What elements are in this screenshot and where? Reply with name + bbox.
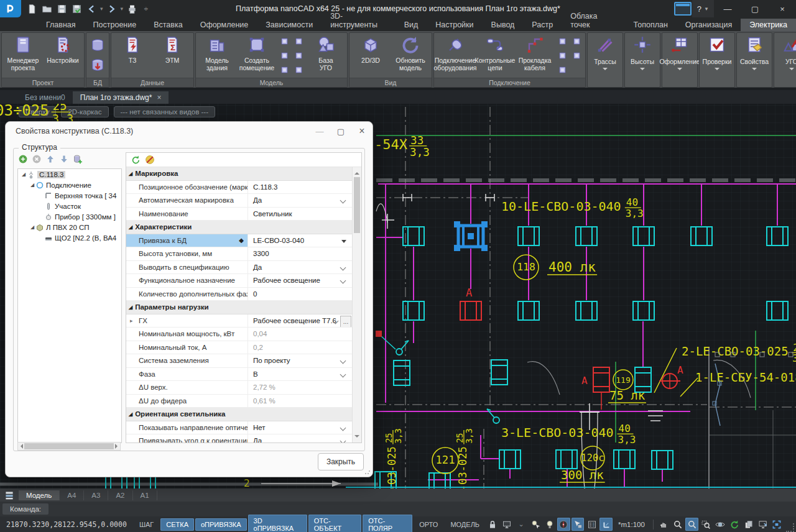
property-value[interactable]: LE-СВО-03-040 — [248, 234, 353, 247]
scroll-down-icon[interactable] — [354, 435, 359, 440]
doc-tab-close-icon[interactable]: × — [157, 93, 161, 102]
tree-node[interactable]: ◢Л ПВХ 20 СП — [18, 222, 121, 232]
status-toggle-3D оПРИВЯЗКА[interactable]: 3D оПРИВЯЗКА — [248, 515, 307, 532]
no-sync-icon[interactable] — [144, 154, 155, 165]
orbit-icon[interactable] — [714, 518, 727, 531]
add-item-icon[interactable] — [17, 154, 29, 165]
property-row[interactable]: Количество дополнительных фазны...0 — [126, 288, 353, 301]
section-expander-icon[interactable]: ◢ — [129, 224, 132, 230]
move-down-icon[interactable] — [58, 154, 70, 165]
db-icon[interactable] — [88, 36, 107, 55]
ribbon-tab-Растр[interactable]: Растр — [523, 19, 562, 31]
ribbon-button[interactable]: Контрольные цепи — [476, 34, 514, 76]
status-toggle-оПРИВЯЗКА[interactable]: оПРИВЯЗКА — [195, 518, 247, 531]
layout-tab-A3[interactable]: A3 — [84, 490, 108, 500]
small-tool-icon[interactable] — [555, 48, 569, 62]
dropdown-chevron-icon[interactable] — [340, 371, 346, 377]
ribbon-tab-Вид[interactable]: Вид — [396, 19, 427, 31]
layout-tab-A2[interactable]: A2 — [108, 490, 132, 500]
ribbon-button[interactable]: 2D/3D — [351, 34, 390, 76]
dialog-close-button[interactable]: Закрыть — [318, 453, 364, 470]
section-expander-icon[interactable]: ◢ — [129, 411, 132, 417]
property-row[interactable]: Номинальный ток, А0,2 — [126, 341, 353, 355]
property-value[interactable]: 0,2 — [248, 341, 353, 354]
close-button[interactable]: × — [769, 0, 796, 17]
tree-node[interactable]: Верхняя точка [ 34 — [18, 190, 121, 201]
ribbon-button[interactable]: ТЗ — [113, 34, 152, 76]
ribbon-button[interactable]: Менеджер проекта — [4, 34, 42, 76]
small-tool-icon[interactable] — [570, 34, 583, 48]
ribbon-button[interactable]: Создать помещение — [238, 34, 276, 76]
expander-icon[interactable]: ◢ — [29, 224, 35, 230]
ribbon-dropd-button[interactable]: Высоты — [625, 33, 660, 87]
redo-icon[interactable] — [105, 2, 119, 16]
dropdown-chevron-icon[interactable] — [340, 424, 346, 431]
ribbon-tab-Электрика[interactable]: Электрика — [741, 19, 796, 31]
property-row[interactable]: ΔU верх.2,72 % — [126, 381, 353, 395]
hscroll-thumb[interactable] — [24, 443, 114, 449]
zoomwin-icon[interactable] — [700, 518, 713, 531]
scroll-left-icon[interactable] — [18, 444, 23, 449]
help-menu[interactable]: ? ▼ — [692, 0, 714, 17]
print-icon[interactable] — [125, 2, 139, 16]
property-value[interactable]: 0,61 % — [248, 395, 353, 408]
status-toggle-ОТС-ОБЪЕКТ[interactable]: ОТС-ОБЪЕКТ — [308, 515, 361, 532]
dialog-title-bar[interactable]: Свойства конструктива (С.118.3) — ▢ × — [6, 122, 373, 140]
viewport-control-button[interactable]: --- нет связанных видов --- — [114, 106, 215, 117]
dropdown-chevron-icon[interactable] — [340, 438, 346, 443]
copys-icon[interactable] — [742, 518, 755, 531]
property-value[interactable]: По проекту — [248, 354, 353, 367]
section-expander-icon[interactable]: ◢ — [129, 171, 132, 177]
ribbon-button[interactable]: Модель здания — [198, 34, 236, 76]
ribbon-button[interactable]: Прокладка кабеля — [516, 34, 554, 76]
hand-icon[interactable] — [657, 518, 670, 531]
dropdown-chevron-icon[interactable] — [340, 198, 346, 204]
property-row[interactable]: ΔU до фидера0,61 % — [126, 395, 353, 408]
compass-icon[interactable] — [557, 518, 570, 531]
small-tool-icon[interactable] — [292, 34, 305, 48]
property-value[interactable]: 2,72 % — [248, 381, 353, 394]
grid-vscrollbar[interactable] — [352, 167, 361, 443]
ribbon-button[interactable]: Настройки — [44, 34, 82, 76]
ribbon-tab-Организация[interactable]: Организация — [677, 19, 741, 31]
lock-icon[interactable] — [486, 518, 499, 531]
dropdown-chevron-icon[interactable] — [340, 358, 346, 364]
property-grid[interactable]: ◢МаркировкаПозиционное обозначение (марк… — [126, 167, 353, 443]
status-toggle-СЕТКА[interactable]: СЕТКА — [160, 518, 194, 531]
tree-node[interactable]: Прибор [ 3300мм ] — [18, 211, 121, 222]
cursorbox-icon[interactable] — [572, 518, 585, 531]
ribbon-tab-Главная[interactable]: Главная — [37, 19, 85, 31]
resize-grip[interactable] — [364, 469, 371, 475]
save-as-icon[interactable] — [70, 2, 83, 16]
add-from-db-icon[interactable] — [72, 154, 83, 165]
sheets-icon[interactable] — [4, 490, 15, 501]
new-file-icon[interactable] — [25, 2, 39, 16]
zoom-icon[interactable] — [685, 518, 698, 531]
small-tool-icon[interactable] — [570, 48, 583, 62]
small-tool-icon[interactable] — [292, 48, 305, 62]
dropdown-arrow-icon[interactable]: ▾ — [100, 6, 103, 12]
monarrow-icon[interactable] — [756, 518, 769, 531]
scroll-right-icon[interactable] — [115, 444, 120, 449]
ribbon-tab-3D-инструменты[interactable]: 3D-инструменты — [322, 10, 396, 31]
ribbon-button[interactable]: ΣЭТМ — [153, 34, 192, 76]
property-row[interactable]: Позиционное обозначение (маркир...С.118.… — [126, 181, 353, 195]
ribbon-dropd-button[interactable]: Проверки — [700, 33, 734, 87]
ribbon-dropd-button[interactable]: УГО — [774, 33, 796, 87]
tree-node[interactable]: ЩО2 [N2.2 (В, ВА4 — [18, 232, 121, 243]
small-tool-icon[interactable] — [277, 63, 291, 76]
app-logo-icon[interactable] — [0, 0, 21, 17]
dropdown-arrow-icon[interactable] — [341, 240, 346, 243]
row-expander-icon[interactable]: ▸ — [130, 318, 133, 324]
small-tool-icon[interactable] — [555, 63, 569, 76]
sync-db-icon[interactable] — [130, 154, 141, 165]
property-value[interactable]: Нет — [248, 421, 353, 434]
property-value[interactable]: 0 — [248, 288, 353, 301]
vscroll-thumb[interactable] — [354, 177, 360, 233]
ribbon-tab-Построение[interactable]: Построение — [85, 19, 146, 31]
ribbon-button[interactable]: База УГО — [307, 34, 345, 76]
status-toggle-ШАГ[interactable]: ШАГ — [134, 518, 159, 531]
bulb-icon[interactable] — [543, 518, 556, 531]
property-value[interactable]: 0,04 — [248, 328, 353, 341]
tree-node[interactable]: ◢С.118.3 — [18, 169, 121, 180]
